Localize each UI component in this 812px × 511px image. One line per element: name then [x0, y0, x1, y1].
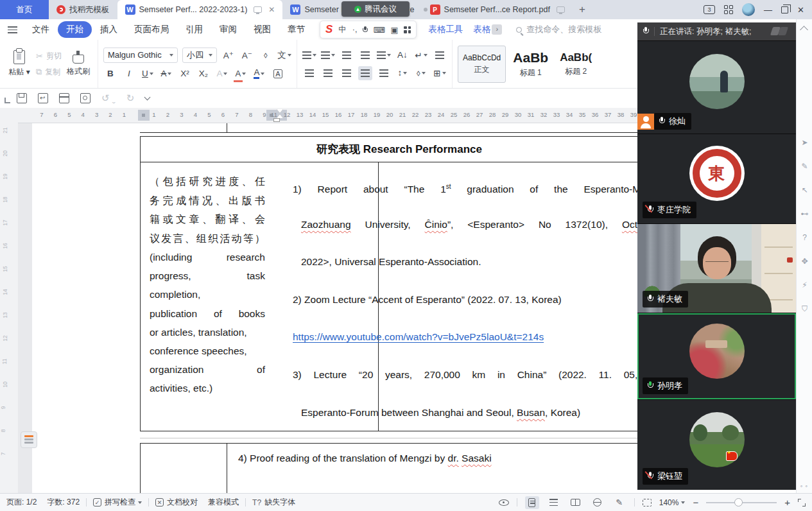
ime-punctuation[interactable]: ·, — [352, 25, 358, 34]
app-tab-docer[interactable]: 找稻壳模板 — [49, 0, 117, 19]
ime-keyboard-icon[interactable]: ⌨ — [373, 25, 384, 35]
command-search-input[interactable]: 查找命令、搜索模板 — [516, 24, 601, 35]
clear-format-button[interactable]: ⬨ — [259, 48, 273, 62]
shrink-font-button[interactable]: A⁻ — [240, 48, 254, 62]
zoom-slider[interactable] — [706, 502, 777, 503]
board-icon[interactable]: ⛉ — [797, 304, 812, 313]
justify-button[interactable] — [358, 66, 372, 80]
zoom-slider-knob[interactable] — [734, 498, 743, 507]
ink-button[interactable]: ✎ — [612, 496, 626, 509]
strikethrough-button[interactable]: A — [159, 67, 173, 81]
superscript-button[interactable]: X² — [178, 67, 192, 81]
horizontal-ruler[interactable]: 7654321123456789111213141516171819202122… — [18, 108, 637, 123]
ime-mic-icon[interactable] — [363, 26, 367, 33]
app-tab-pdf[interactable]: PSemseter Perf...ce Report.pdf — [422, 0, 573, 19]
page-view-button[interactable] — [525, 496, 539, 509]
zoom-out-button[interactable]: − — [693, 497, 698, 508]
spell-check-button[interactable]: ✓拼写检查 — [93, 497, 142, 508]
save-icon[interactable] — [17, 93, 27, 103]
line-spacing-button[interactable]: ↕ — [395, 66, 410, 80]
app-tab-home[interactable]: 首页 — [0, 0, 49, 19]
copy-button[interactable]: ⧉复制 — [36, 67, 62, 78]
ribbon-tab-开始[interactable]: 开始 — [58, 21, 92, 38]
ribbon-tab-审阅[interactable]: 审阅 — [211, 21, 245, 38]
book-view-button[interactable] — [569, 496, 583, 509]
style-item-2[interactable]: AaBb标题 1 — [508, 46, 553, 83]
participant-tile-梁钰堃[interactable]: 梁钰堃 — [637, 399, 796, 490]
format-painter-button[interactable]: 格式刷 — [64, 44, 92, 85]
app-tab-doc1[interactable]: WSemseter Perf... 2022-2023-1)✕ — [117, 0, 283, 19]
bold-button[interactable]: B — [103, 67, 117, 81]
chevron-right-icon[interactable]: › — [492, 24, 502, 35]
fit-page-icon[interactable] — [643, 499, 652, 507]
toolbox-toggle-button[interactable] — [21, 431, 37, 448]
zoom-level[interactable]: 140% — [659, 498, 686, 507]
participant-tile-枣庄学院[interactable]: 東枣庄学院 — [637, 134, 796, 223]
ime-toolbar[interactable]: S 中 ·, ⌨ ▣ — [320, 21, 417, 39]
participant-tile-徐灿[interactable]: 徐灿 — [637, 40, 796, 134]
tencent-meeting-overlay[interactable]: ▲ 腾讯会议 — [341, 1, 410, 17]
tencent-meeting-panel[interactable]: 正在讲话: 孙明孝; 褚夫敏; 徐灿東枣庄学院褚夫敏孙明孝梁钰堃 — [637, 22, 796, 490]
undo-icon[interactable]: ↺ ˬ — [101, 94, 116, 103]
align-left-button[interactable] — [302, 66, 316, 80]
flash-icon[interactable]: ⚡ — [797, 281, 812, 290]
redo-icon[interactable]: ↻ — [126, 94, 135, 103]
numbered-list-button[interactable] — [321, 48, 335, 62]
tab-settings-button[interactable] — [433, 48, 447, 62]
ribbon-tab-页面布局[interactable]: 页面布局 — [126, 21, 177, 38]
minimize-button[interactable]: — — [764, 5, 772, 15]
ribbon-tab-file[interactable]: 文件 — [24, 21, 58, 38]
style-item-3[interactable]: AaBb(标题 2 — [555, 46, 596, 83]
table-body-row[interactable]: （包括研究进度、任务完成情况、出版书籍或文章、翻译、会议发言、组织活动等）(in… — [140, 162, 659, 431]
tab-stop-selector[interactable] — [4, 98, 10, 103]
table-right-cell[interactable]: 1) Report about “The 1st graduation of t… — [289, 168, 657, 431]
eye-protection-icon[interactable] — [499, 499, 509, 506]
participant-tile-孙明孝[interactable]: 孙明孝 — [637, 313, 796, 399]
text-effects-button[interactable]: A — [215, 67, 229, 81]
italic-button[interactable]: I — [122, 67, 136, 81]
paste-button[interactable]: 粘贴 ▾ — [5, 44, 33, 85]
highlight-color-button[interactable]: A — [234, 67, 248, 81]
show-marks-button[interactable]: ↵ — [414, 48, 428, 62]
print-icon[interactable] — [59, 93, 69, 103]
font-name-select[interactable]: Malgun Gothic — [103, 48, 178, 63]
ribbon-tab-插入[interactable]: 插入 — [92, 21, 126, 38]
close-button[interactable]: ✕ — [797, 5, 804, 15]
decrease-indent-button[interactable] — [340, 48, 354, 62]
table-title-cell[interactable]: 研究表现 Research Performance — [140, 136, 659, 162]
pointer-icon[interactable]: ➤ — [797, 138, 812, 147]
ime-mode-chinese[interactable]: 中 — [338, 24, 347, 35]
missing-font-button[interactable]: T?缺失字体 — [252, 497, 295, 508]
grow-font-button[interactable]: A⁺ — [221, 48, 236, 62]
workspace-grid-button[interactable] — [724, 5, 733, 14]
character-border-button[interactable]: A — [271, 67, 285, 81]
subscript-button[interactable]: X₂ — [196, 67, 211, 81]
font-color-button[interactable]: A — [252, 67, 266, 81]
contextual-tab-table-style[interactable]: 表格 — [473, 24, 490, 35]
bullet-list-button[interactable] — [302, 48, 316, 62]
youtube-link[interactable]: https://www.youtube.com/watch?v=bJvePz5l… — [293, 331, 544, 342]
window-manager-button[interactable]: 3 — [704, 5, 715, 14]
menu-icon[interactable] — [8, 26, 17, 33]
second-table-text-line[interactable]: 4) Proof reading of the translation of M… — [238, 447, 649, 469]
pen-icon[interactable]: ✎ — [797, 162, 812, 171]
contextual-tab-table-tools[interactable]: 表格工具 — [428, 24, 463, 35]
participant-tile-褚夫敏[interactable]: 褚夫敏 — [637, 223, 796, 313]
word-count[interactable]: 字数: 372 — [47, 497, 80, 508]
align-right-button[interactable] — [340, 66, 354, 80]
asian-layout-button[interactable] — [377, 48, 391, 62]
table-left-cell[interactable]: （包括研究进度、任务完成情况、出版书籍或文章、翻译、会议发言、组织活动等）(in… — [150, 172, 265, 398]
outline-view-button[interactable] — [547, 496, 561, 509]
account-avatar[interactable] — [742, 3, 755, 16]
presentation-monitor-icon[interactable] — [254, 6, 262, 13]
ime-skin-icon[interactable]: ▣ — [391, 25, 399, 35]
export-pdf-icon[interactable] — [38, 93, 48, 103]
zoom-in-button[interactable]: + — [784, 497, 790, 508]
vertical-ruler[interactable]: 212019181716151413121110987 — [0, 108, 18, 493]
cut-button[interactable]: ✂剪切 — [36, 51, 62, 62]
restore-button[interactable] — [781, 6, 788, 13]
pinyin-guide-button[interactable]: 文 — [277, 48, 291, 62]
ribbon-tab-视图[interactable]: 视图 — [245, 21, 279, 38]
shading-button[interactable]: ⬨ — [414, 66, 428, 80]
cursor-icon[interactable]: ↖ — [797, 186, 812, 195]
